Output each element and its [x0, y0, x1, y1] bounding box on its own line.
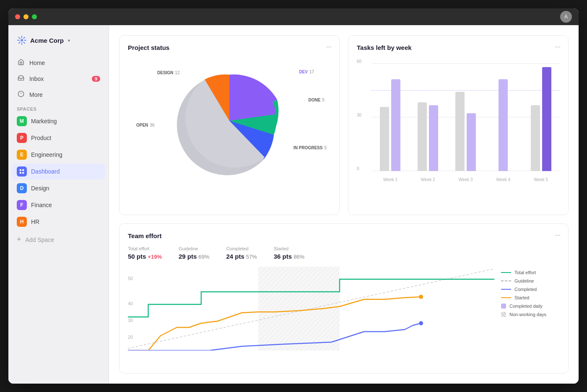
team-effort-menu[interactable]: ··· — [555, 231, 561, 239]
svg-line-6 — [23, 42, 25, 43]
stat-guideline-value: 29 pts69% — [179, 253, 209, 260]
nav-more-label: More — [29, 91, 43, 98]
svg-line-7 — [23, 37, 25, 39]
bar-chart: 0 30 60 — [357, 58, 560, 184]
bar-w1-gray — [380, 107, 389, 171]
engineering-dot: E — [17, 150, 27, 160]
legend-started-label: Started — [514, 295, 529, 300]
svg-line-5 — [19, 37, 20, 39]
stat-total-label: Total effort — [128, 246, 162, 251]
stat-guideline: Guideline 29 pts69% — [179, 246, 209, 260]
legend-completed: Completed — [501, 287, 560, 292]
nav-item-home[interactable]: Home — [12, 55, 105, 70]
legend-guideline: Guideline — [501, 278, 560, 283]
svg-text:50: 50 — [128, 276, 133, 281]
top-row: Project status ··· — [119, 35, 569, 215]
svg-line-8 — [19, 42, 20, 43]
legend-completed-label: Completed — [514, 287, 537, 292]
pie-label-done: DONE 5 — [309, 98, 325, 102]
svg-rect-13 — [22, 169, 24, 171]
dashboard-label: Dashboard — [31, 168, 60, 175]
tasks-menu[interactable]: ··· — [555, 43, 561, 51]
line-chart-svg: 50 40 30 20 — [128, 267, 494, 350]
legend-non-working-box — [501, 312, 506, 317]
legend-total-effort: Total effort — [501, 270, 560, 275]
brand[interactable]: Acme Corp ▾ — [12, 32, 105, 49]
stat-total-effort: Total effort 50 pts+19% — [128, 246, 162, 260]
nav-item-inbox[interactable]: Inbox 9 — [12, 71, 105, 86]
week-label-5: Week 5 — [522, 177, 560, 182]
bar-w4-purple — [499, 79, 508, 171]
stat-started-label: Started — [274, 246, 304, 251]
product-dot: P — [17, 133, 27, 143]
add-space-button[interactable]: + Add Space — [12, 232, 105, 247]
svg-rect-12 — [20, 169, 21, 171]
bar-group-week5 — [522, 67, 560, 171]
marketing-dot: M — [17, 116, 27, 126]
legend-completed-line — [501, 289, 511, 290]
legend-started-line — [501, 297, 511, 298]
svg-rect-15 — [22, 172, 24, 174]
close-button[interactable] — [15, 14, 20, 19]
inbox-badge: 9 — [92, 76, 100, 82]
pie-label-open: OPEN 36 — [136, 123, 154, 127]
legend-completed-daily-box — [501, 304, 506, 309]
sidebar-item-marketing[interactable]: M Marketing — [12, 113, 105, 129]
project-status-title: Project status — [128, 44, 331, 51]
stat-started-value: 36 pts86% — [274, 253, 304, 260]
marketing-label: Marketing — [31, 118, 57, 125]
pie-label-inprogress: IN PROGRESS 5 — [294, 145, 327, 150]
pie-label-dev: DEV 17 — [299, 70, 314, 74]
line-chart-wrap: 50 40 30 20 — [128, 267, 494, 350]
week-labels: Week 1 Week 2 Week 3 Week 4 Week 5 — [371, 177, 560, 182]
nav-home-label: Home — [29, 60, 45, 66]
sidebar-item-finance[interactable]: F Finance — [12, 197, 105, 213]
home-icon — [17, 59, 25, 67]
bar-w2-gray — [418, 102, 427, 171]
svg-point-21 — [419, 321, 423, 325]
stat-total-value: 50 pts+19% — [128, 253, 162, 260]
brand-icon — [17, 35, 27, 45]
legend-completed-daily-label: Completed daily — [509, 304, 543, 309]
line-chart-legend: Total effort Guideline Completed St — [501, 267, 560, 350]
avatar[interactable]: A — [560, 11, 572, 23]
bar-w5-dark — [542, 67, 551, 171]
team-effort-card: Team effort ··· Total effort 50 pts+19% … — [119, 223, 569, 374]
main-content: Project status ··· — [109, 25, 579, 384]
app-window: A Acme Corp ▾ — [8, 8, 579, 384]
svg-text:30: 30 — [128, 318, 133, 323]
nav-item-more[interactable]: More — [12, 87, 105, 102]
sidebar: Acme Corp ▾ Home — [8, 25, 109, 384]
hr-label: HR — [31, 218, 39, 225]
y-label-0: 0 — [357, 166, 359, 171]
legend-started: Started — [501, 295, 560, 300]
sidebar-item-dashboard[interactable]: Dashboard — [12, 164, 105, 179]
sidebar-item-engineering[interactable]: E Engineering — [12, 147, 105, 163]
y-label-60: 60 — [357, 59, 361, 64]
product-label: Product — [31, 135, 51, 141]
stat-started: Started 36 pts86% — [274, 246, 304, 260]
minimize-button[interactable] — [23, 14, 29, 19]
project-status-menu[interactable]: ··· — [326, 43, 332, 51]
stat-completed-value: 24 pts57% — [226, 253, 257, 260]
svg-rect-14 — [20, 172, 21, 174]
bar-group-week3 — [447, 92, 485, 171]
bar-w2-purple — [429, 105, 438, 171]
pie-chart-container: DEV 17 DONE 5 IN PROGRESS 5 OPEN 36 DESI — [128, 58, 331, 192]
sidebar-item-product[interactable]: P Product — [12, 130, 105, 146]
dashboard-dot — [17, 166, 27, 177]
sidebar-item-hr[interactable]: H HR — [12, 214, 105, 230]
week-label-4: Week 4 — [484, 177, 522, 182]
svg-point-0 — [21, 39, 23, 42]
svg-text:40: 40 — [128, 301, 133, 306]
bars-container — [371, 58, 560, 171]
legend-guideline-dash — [501, 280, 511, 281]
add-space-label: Add Space — [26, 236, 55, 243]
bar-w3-purple — [467, 113, 476, 171]
bar-w1-purple — [391, 79, 400, 171]
sidebar-item-design[interactable]: D Design — [12, 180, 105, 196]
tasks-by-week-card: Tasks left by week ··· 0 30 60 — [348, 35, 569, 215]
titlebar: A — [8, 8, 579, 25]
legend-total-label: Total effort — [514, 270, 536, 275]
maximize-button[interactable] — [32, 14, 37, 19]
